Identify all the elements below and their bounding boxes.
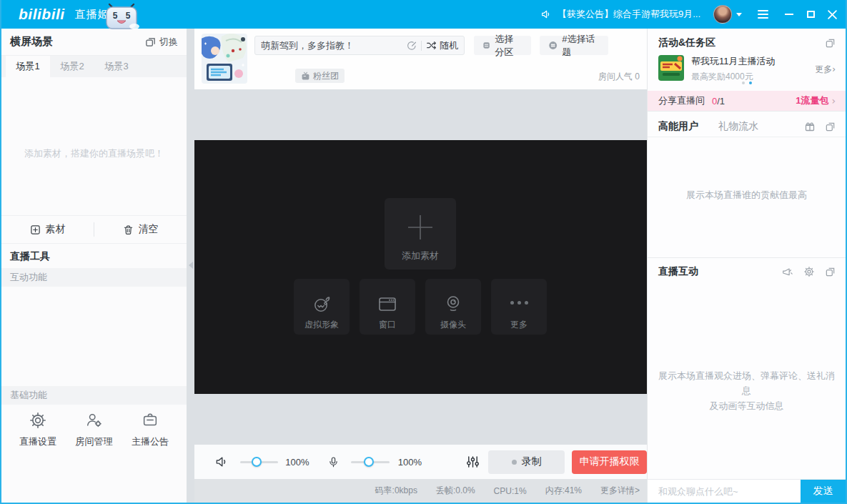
record-dot-icon	[512, 460, 517, 465]
tab-scene-1[interactable]: 场景1	[6, 56, 50, 77]
clear-scene-button[interactable]: 清空	[94, 216, 187, 243]
share-progress-current: 0	[712, 96, 717, 107]
mixer-icon[interactable]	[466, 455, 480, 469]
share-progress-total: /1	[717, 96, 725, 107]
tab-scene-3[interactable]: 场景3	[94, 56, 139, 77]
select-topic-button[interactable]: #选择话题	[540, 36, 608, 55]
live-settings-button[interactable]: 直播设置	[13, 404, 63, 448]
interact-section-title: 直播互动	[658, 265, 698, 278]
gift-icon[interactable]	[804, 121, 816, 132]
speaker-volume-slider[interactable]	[240, 461, 278, 463]
activity-thumbnail[interactable]	[658, 55, 684, 81]
mic-mute-icon[interactable]	[327, 455, 340, 469]
fan-club-badge[interactable]: 粉丝团	[295, 69, 345, 83]
cpu-stat: CPU:1%	[494, 486, 527, 496]
right-panel: 活动&任务区 帮我玩11月主播活动 最高奖励4000元 更多›	[647, 29, 846, 503]
streamer-notice-button[interactable]: 主播公告	[125, 404, 175, 448]
popup-window-icon[interactable]	[825, 267, 836, 277]
chat-input[interactable]	[648, 480, 801, 503]
bitrate-stat: 码率:0kbps	[375, 485, 417, 497]
menu-icon[interactable]	[758, 8, 768, 21]
live-tools-title: 直播工具	[10, 244, 50, 268]
mic-volume-value: 100%	[398, 457, 422, 468]
announcement-speaker-icon[interactable]	[540, 9, 552, 20]
add-material-tile[interactable]: 添加素材	[385, 198, 456, 270]
activity-pagination[interactable]	[648, 81, 846, 84]
svg-text:5: 5	[113, 11, 118, 21]
plus-icon	[407, 214, 434, 241]
tab-gift-flow[interactable]: 礼物流水	[718, 120, 758, 133]
camera-tile[interactable]: 摄像头	[425, 279, 481, 335]
more-dots-icon	[510, 301, 528, 305]
edit-title-icon[interactable]	[407, 41, 417, 51]
activity-more-link[interactable]: 更多›	[815, 64, 836, 76]
virtual-avatar-icon	[311, 293, 332, 315]
popup-window-icon[interactable]	[825, 122, 836, 132]
window-icon	[377, 293, 398, 315]
record-button[interactable]: 录制	[488, 450, 565, 474]
mic-volume-slider[interactable]	[351, 461, 389, 463]
scene-tabs: 场景1 场景2 场景3	[1, 56, 187, 77]
room-popularity: 房间人气 0	[598, 71, 640, 83]
traffic-pack-link[interactable]: 1流量包	[796, 94, 828, 107]
gear-icon	[29, 411, 47, 430]
add-material-button[interactable]: 素材	[1, 216, 94, 243]
speaker-volume-value: 100%	[285, 457, 309, 468]
livehime-app: { "titlebar": { "logo": "bilibili", "app…	[0, 0, 847, 504]
send-button[interactable]: 发送	[801, 480, 846, 503]
dropped-frames-stat: 丢帧:0.0%	[436, 485, 475, 497]
room-manage-button[interactable]: 房间管理	[69, 404, 119, 448]
rank-empty-hint: 展示本场直播谁的贡献值最高	[648, 189, 846, 202]
minimize-button[interactable]	[778, 0, 800, 29]
close-button[interactable]	[821, 0, 843, 29]
cover-image[interactable]	[202, 34, 247, 84]
scene-empty-hint: 添加素材，搭建你的直播场景吧！	[1, 147, 187, 160]
share-room-row[interactable]: 分享直播间 0 /1 1流量包 ›	[648, 91, 846, 111]
control-bar: 100% 100% 录制 申请开播权限	[194, 445, 647, 479]
hashtag-icon	[548, 40, 558, 51]
notice-board-icon	[141, 411, 159, 430]
speaker-mute-icon[interactable]	[214, 455, 229, 469]
tv-mascot-icon: 5 5	[101, 3, 142, 29]
tv-icon	[301, 71, 310, 81]
user-avatar[interactable]	[713, 5, 732, 24]
select-category-button[interactable]: 选择分区	[474, 36, 531, 55]
titlebar: bilibili 直播姬 5 5 【获奖公告】综合手游帮我玩9月...	[0, 0, 847, 29]
room-title-input[interactable]	[261, 40, 407, 51]
tab-high-energy-users[interactable]: 高能用户	[658, 120, 698, 133]
chevron-left-icon	[189, 262, 193, 269]
tab-scene-2[interactable]: 场景2	[50, 56, 94, 77]
apply-broadcast-button[interactable]: 申请开播权限	[572, 450, 647, 474]
more-sources-tile[interactable]: 更多	[491, 279, 547, 335]
interact-empty-hint: 展示本场直播观众进场、弹幕评论、送礼消息 及动画等互动信息	[658, 368, 836, 413]
activity-section-title: 活动&任务区	[658, 36, 715, 49]
maximize-button[interactable]	[800, 0, 821, 29]
switch-orientation-button[interactable]: 切换	[145, 36, 178, 49]
popup-window-icon[interactable]	[825, 38, 836, 49]
scene-panel-title: 横屏场景	[10, 35, 53, 49]
camera-icon	[442, 293, 464, 315]
mute-notice-icon[interactable]	[781, 266, 793, 277]
share-room-label: 分享直播间	[658, 94, 705, 107]
people-gear-icon	[85, 411, 104, 430]
activity-item[interactable]: 帮我玩11月主播活动 最高奖励4000元 更多›	[658, 55, 836, 84]
status-bar: 码率:0kbps 丢帧:0.0% CPU:1% 内存:41% 更多详情>	[194, 479, 647, 503]
shuffle-icon[interactable]	[426, 40, 437, 51]
activity-title[interactable]: 帮我玩11月主播活动	[691, 55, 776, 68]
svg-text:5: 5	[126, 11, 131, 21]
stream-canvas: 添加素材 虚拟形象 窗口	[194, 140, 647, 394]
window-capture-tile[interactable]: 窗口	[360, 279, 415, 335]
virtual-avatar-tile[interactable]: 虚拟形象	[294, 279, 350, 335]
chat-bar: 发送	[648, 479, 846, 503]
scene-panel: 横屏场景 切换 场景1 场景2 场景3 添加素材，搭建你的直播场景吧！ 素材 清…	[1, 29, 187, 503]
basic-group-header: 基础功能	[1, 386, 187, 405]
chevron-right-icon: ›	[831, 95, 836, 107]
announcement-text[interactable]: 【获奖公告】综合手游帮我玩9月...	[558, 8, 700, 21]
bilibili-logo: bilibili	[19, 6, 65, 23]
avatar-caret-icon[interactable]	[736, 13, 742, 16]
interact-settings-gear-icon[interactable]	[803, 266, 815, 277]
plus-square-icon	[30, 224, 41, 235]
random-title-button[interactable]: 随机	[440, 39, 458, 52]
more-details-link[interactable]: 更多详情>	[600, 485, 640, 497]
room-info-bar: 随机 选择分区 #选择话题 粉丝团 房间人气 0	[194, 29, 647, 89]
